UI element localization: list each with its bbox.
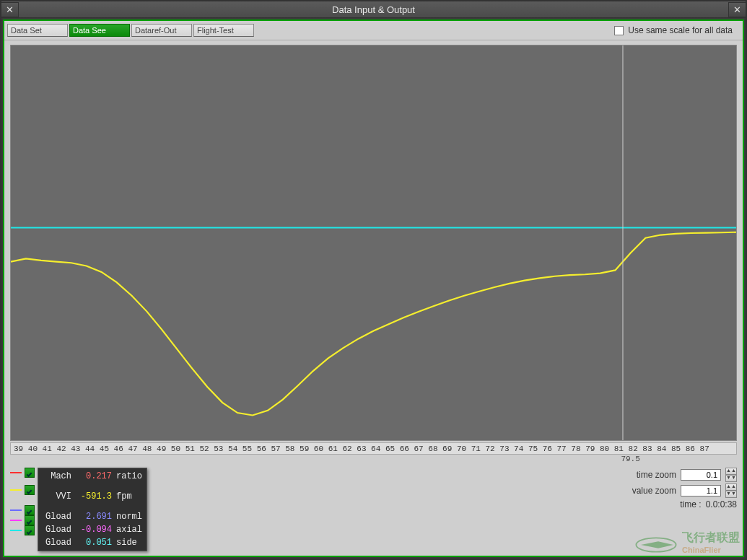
toggle-gload-side[interactable]	[25, 525, 35, 535]
value-zoom-input[interactable]	[681, 485, 721, 496]
swatch-gload-side	[10, 530, 22, 531]
tab-dataref-out[interactable]: Dataref-Out	[131, 24, 192, 37]
swatch-mach	[10, 472, 22, 473]
legend-box: Mach 0.217 ratio VVI -591.3 fpm Gload 2.…	[38, 468, 147, 551]
time-value: 0.0:0:38	[706, 499, 737, 509]
swatch-gload-norml	[10, 509, 22, 511]
time-zoom-up[interactable]: ▲▲	[725, 468, 737, 475]
plot-area[interactable]	[10, 45, 737, 441]
toggle-vvi[interactable]	[25, 485, 35, 495]
close-button-right[interactable]: ✕	[728, 2, 746, 17]
close-button-left[interactable]: ✕	[1, 2, 19, 17]
bottom-panel: Mach 0.217 ratio VVI -591.3 fpm Gload 2.…	[10, 468, 737, 551]
chart-canvas	[11, 45, 736, 440]
checkbox-icon[interactable]	[614, 26, 624, 35]
value-zoom-down[interactable]: ▼▼	[725, 491, 737, 498]
titlebar: ✕ Data Input & Output ✕	[1, 1, 746, 18]
value-zoom-label: value zoom	[632, 486, 676, 496]
cursor-x-value: 79.5	[621, 455, 639, 463]
legend-row-vvi: VVI -591.3 fpm	[41, 490, 144, 503]
tab-flight-test[interactable]: Flight-Test	[193, 24, 254, 37]
workarea: Data Set Data See Dataref-Out Flight-Tes…	[3, 19, 744, 557]
time-zoom-input[interactable]	[681, 469, 721, 481]
x-axis-ticks: 39 40 41 42 43 44 45 46 47 48 49 50 51 5…	[10, 442, 737, 455]
swatch-gload-axial	[10, 520, 22, 521]
legend-row-gload-side: Gload 0.051 side	[41, 536, 144, 549]
legend-row-mach: Mach 0.217 ratio	[41, 470, 144, 483]
tab-data-see[interactable]: Data See	[69, 24, 130, 37]
toggle-gload-axial[interactable]	[25, 515, 35, 525]
time-zoom-down[interactable]: ▼▼	[725, 475, 737, 482]
toggle-gload-norml[interactable]	[25, 505, 35, 515]
legend-row-gload-axial: Gload -0.094 axial	[41, 523, 144, 536]
time-label: time :	[680, 499, 701, 509]
swatch-vvi	[10, 489, 22, 491]
time-zoom-label: time zoom	[637, 470, 676, 480]
same-scale-label: Use same scale for all data	[628, 25, 733, 35]
legend-row-gload-norml: Gload 2.691 norml	[41, 510, 144, 523]
tab-data-set[interactable]: Data Set	[7, 24, 68, 37]
tab-bar: Data Set Data See Dataref-Out Flight-Tes…	[4, 21, 743, 40]
same-scale-option[interactable]: Use same scale for all data	[614, 25, 740, 35]
toggle-mach[interactable]	[25, 468, 35, 478]
cursor-readout: 79.5	[10, 455, 737, 465]
value-zoom-up[interactable]: ▲▲	[725, 484, 737, 491]
window-title: Data Input & Output	[1, 4, 746, 15]
zoom-controls: time zoom ▲▲ ▼▼ value zoom ▲▲ ▼▼	[632, 468, 737, 551]
svg-rect-0	[11, 45, 736, 440]
